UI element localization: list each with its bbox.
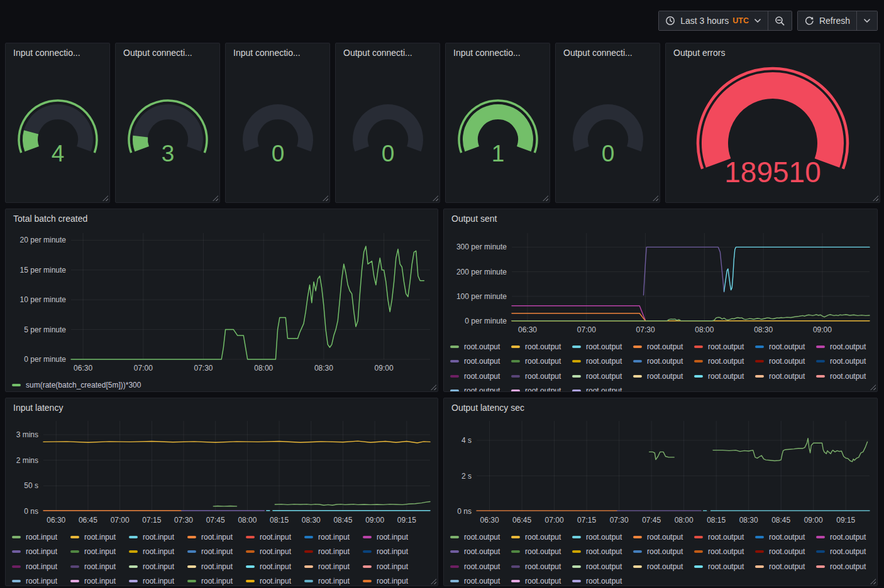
legend-item[interactable]: root.output: [755, 545, 816, 560]
legend-item[interactable]: root.output: [694, 369, 755, 384]
legend-item[interactable]: root.output: [633, 354, 694, 369]
panel-title[interactable]: Output connecti...: [116, 43, 219, 62]
legend-item[interactable]: root.input: [363, 545, 421, 560]
legend-item[interactable]: root.input: [246, 530, 304, 545]
legend-item[interactable]: root.output: [694, 339, 755, 354]
legend-item[interactable]: root.input: [129, 530, 187, 545]
legend-item[interactable]: root.output: [511, 384, 572, 392]
legend-item[interactable]: root.output: [633, 545, 694, 560]
legend-item[interactable]: root.output: [694, 530, 755, 545]
input-latency-chart[interactable]: 06:3006:4507:0007:1507:3007:4508:0008:15…: [6, 417, 436, 528]
panel-title[interactable]: Output sent: [444, 209, 877, 228]
legend-item[interactable]: root.input: [12, 559, 70, 574]
legend-item[interactable]: root.output: [816, 530, 877, 545]
panel-title[interactable]: Output errors: [666, 43, 880, 62]
legend-item[interactable]: root.output: [694, 559, 755, 574]
refresh-button[interactable]: Refresh: [798, 11, 856, 30]
legend-item[interactable]: root.output: [450, 384, 511, 392]
output-sent-chart[interactable]: 06:3007:0007:3008:0008:3009:000 per minu…: [444, 228, 876, 337]
panel-title[interactable]: Input connectio...: [6, 43, 109, 62]
legend-item[interactable]: root.input: [70, 574, 129, 586]
legend-item[interactable]: root.output: [450, 559, 511, 574]
panel-title[interactable]: Input latency: [6, 398, 438, 417]
panel-title[interactable]: Input connectio...: [446, 43, 550, 62]
legend-item[interactable]: root.input: [129, 574, 187, 586]
legend-item[interactable]: root.input: [246, 574, 304, 586]
legend-item[interactable]: root.output: [633, 369, 694, 384]
legend-item[interactable]: root.output: [511, 339, 572, 354]
legend-item[interactable]: root.output: [511, 369, 572, 384]
legend-item[interactable]: root.input: [70, 530, 129, 545]
panel-title[interactable]: Total batch created: [6, 209, 438, 228]
legend-item[interactable]: root.output: [755, 339, 816, 354]
legend-item[interactable]: root.output: [694, 545, 755, 560]
legend-item[interactable]: root.output: [572, 559, 633, 574]
legend-item[interactable]: root.output: [816, 545, 877, 560]
legend-item[interactable]: root.output: [511, 545, 572, 560]
legend-item[interactable]: root.input: [129, 545, 187, 560]
legend-item[interactable]: root.input: [12, 545, 70, 560]
legend-item[interactable]: root.input: [363, 530, 421, 545]
legend-item[interactable]: root.output: [816, 354, 877, 369]
legend-swatch: [572, 536, 581, 538]
legend-item[interactable]: root.input: [363, 574, 421, 586]
legend-item[interactable]: root.output: [816, 339, 877, 354]
panel-title[interactable]: Output connecti...: [556, 43, 660, 62]
legend-item[interactable]: root.input: [12, 574, 70, 586]
legend-item[interactable]: root.input: [129, 559, 187, 574]
legend-item[interactable]: root.input: [246, 545, 304, 560]
legend-item[interactable]: root.output: [511, 559, 572, 574]
legend-item[interactable]: root.output: [572, 354, 633, 369]
legend-item[interactable]: root.output: [450, 339, 511, 354]
legend-item[interactable]: root.output: [572, 574, 633, 586]
legend-item[interactable]: root.output: [816, 559, 877, 574]
legend-item[interactable]: root.input: [304, 530, 363, 545]
legend-item[interactable]: root.input: [187, 545, 246, 560]
legend-item[interactable]: root.output: [450, 545, 511, 560]
legend-item[interactable]: root.output: [572, 384, 633, 392]
legend-item[interactable]: root.output: [450, 354, 511, 369]
legend-item[interactable]: root.output: [755, 369, 816, 384]
refresh-interval-dropdown[interactable]: [856, 11, 877, 30]
legend-item[interactable]: root.output: [755, 530, 816, 545]
legend-swatch: [511, 346, 520, 348]
legend-item[interactable]: root.output: [572, 369, 633, 384]
y-axis-tick-label: 200 per minute: [456, 268, 507, 276]
legend-item[interactable]: root.input: [304, 574, 363, 586]
legend-item[interactable]: root.input: [363, 559, 421, 574]
legend-item[interactable]: root.input: [187, 574, 246, 586]
time-range-button[interactable]: Last 3 hours UTC: [659, 11, 768, 30]
legend-item[interactable]: root.input: [246, 559, 304, 574]
legend-item[interactable]: root.input: [187, 559, 246, 574]
legend-item[interactable]: root.input: [70, 559, 129, 574]
legend-item[interactable]: root.output: [572, 530, 633, 545]
legend-item[interactable]: root.input: [304, 559, 363, 574]
legend-item[interactable]: sum(rate(batch_created[5m]))*300: [12, 378, 141, 391]
legend-item[interactable]: root.output: [572, 545, 633, 560]
legend-item[interactable]: root.output: [511, 354, 572, 369]
legend-item[interactable]: root.output: [572, 339, 633, 354]
legend-item[interactable]: root.input: [304, 545, 363, 560]
legend-item[interactable]: root.output: [633, 339, 694, 354]
legend-item[interactable]: root.output: [511, 530, 572, 545]
legend-item[interactable]: root.output: [755, 354, 816, 369]
legend-item[interactable]: root.output: [816, 369, 877, 384]
legend-item[interactable]: root.output: [633, 559, 694, 574]
panel-title[interactable]: Output latency sec: [444, 398, 877, 417]
legend-item[interactable]: root.input: [70, 545, 129, 560]
legend-item[interactable]: root.output: [694, 354, 755, 369]
legend-item[interactable]: root.output: [511, 574, 572, 586]
legend-item[interactable]: root.output: [450, 574, 511, 586]
legend-item[interactable]: root.output: [755, 559, 816, 574]
legend-item[interactable]: root.input: [12, 530, 70, 545]
panel-input-connections-1: Input connectio... 4: [5, 43, 110, 203]
legend-item[interactable]: root.output: [633, 530, 694, 545]
output-latency-chart[interactable]: 06:3006:4507:0007:1507:3007:4508:0008:15…: [444, 417, 876, 528]
legend-item[interactable]: root.output: [450, 530, 511, 545]
zoom-out-button[interactable]: [768, 11, 792, 30]
legend-item[interactable]: root.input: [187, 530, 246, 545]
legend-item[interactable]: root.output: [450, 369, 511, 384]
panel-title[interactable]: Input connectio...: [226, 43, 329, 62]
total-batch-created-chart[interactable]: 06:3007:0007:3008:0008:3009:000 per minu…: [6, 228, 436, 376]
panel-title[interactable]: Output connecti...: [336, 43, 439, 62]
